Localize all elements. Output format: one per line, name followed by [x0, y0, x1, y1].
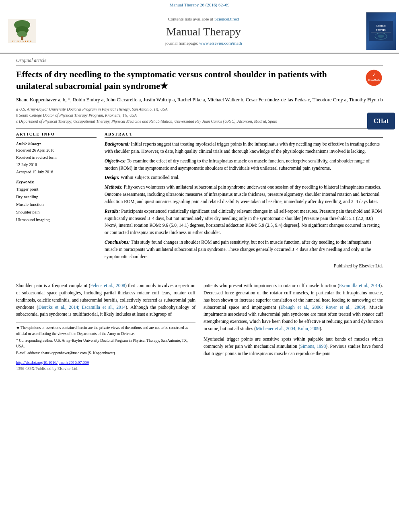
- journal-cover-image: Manual Therapy: [366, 12, 396, 50]
- results-text: Participants experienced statistically s…: [105, 209, 382, 235]
- article-title-main: Effects of dry needling to the symptomat…: [16, 69, 327, 91]
- background-label: Background:: [105, 142, 130, 146]
- revised-date: 12 July 2016: [16, 161, 97, 168]
- design-label: Design:: [105, 175, 119, 180]
- ref-michener[interactable]: Michener et al., 2004; Kuhn, 2009: [256, 326, 319, 331]
- abstract-header: ABSTRACT: [105, 132, 383, 138]
- abstract-col: ABSTRACT Background: Initial reports sug…: [105, 132, 383, 272]
- abstract-methods: Methods: Fifty-seven volunteers with uni…: [105, 184, 383, 205]
- ref-ebaugh[interactable]: Ebaugh et al., 2006; Royer et al., 2009: [280, 305, 364, 310]
- conclusions-label: Conclusions:: [105, 240, 130, 244]
- abstract-objectives: Objectives: To examine the effect of dry…: [105, 158, 383, 172]
- chat-button[interactable]: CHat: [367, 113, 395, 129]
- abstract-publisher: Published by Elsevier Ltd.: [105, 263, 383, 270]
- body-para-right-2: Myofascial trigger points are sensitive …: [204, 336, 383, 357]
- footnote-2-text: * Corresponding author. U.S. Army-Baylor…: [16, 339, 188, 348]
- doi-line: http://dx.doi.org/10.1016/j.math.2016.07…: [16, 359, 195, 366]
- sciencedirect-link[interactable]: ScienceDirect: [214, 16, 239, 21]
- cover-graphic: Manual Therapy: [369, 21, 393, 41]
- keyword-5: Ultrasound imaging: [16, 216, 97, 224]
- accepted-label: Accepted 15 July 2016: [16, 168, 97, 176]
- svg-text:Manual: Manual: [376, 24, 385, 27]
- background-text: Initial reports suggest that treating my…: [105, 142, 380, 154]
- journal-homepage: journal homepage: www.elsevier.com/math: [165, 41, 242, 45]
- methods-label: Methods:: [105, 185, 123, 189]
- doi-link[interactable]: http://dx.doi.org/10.1016/j.math.2016.07…: [16, 360, 89, 365]
- journal-title: Manual Therapy: [166, 25, 241, 38]
- elsevier-logo-area: ELSEVIER: [0, 9, 44, 53]
- elsevier-branding: ELSEVIER: [8, 19, 36, 43]
- body-col-right: patients who present with impairments in…: [204, 282, 383, 372]
- journal-title-area: Contents lists available at ScienceDirec…: [44, 9, 363, 53]
- ref-diercks[interactable]: Diercks et al., 2014; Escamilla et al., …: [38, 305, 125, 310]
- objectives-label: Objectives:: [105, 158, 125, 163]
- ref-feleus[interactable]: Feleus et al., 2008: [90, 283, 125, 288]
- history-label: Article history:: [16, 141, 97, 147]
- abstract-background: Background: Initial reports suggest that…: [105, 141, 383, 155]
- article-type: Original article: [16, 58, 383, 66]
- divider: [16, 128, 383, 129]
- keyword-3: Muscle function: [16, 201, 97, 209]
- svg-text:Therapy: Therapy: [376, 28, 386, 31]
- keyword-1: Trigger point: [16, 186, 97, 193]
- keyword-2: Dry needling: [16, 193, 97, 201]
- sciencedirect-notice: Contents lists available at ScienceDirec…: [168, 16, 239, 21]
- affiliation-c: c Department of Physical Therapy, Occupa…: [16, 118, 383, 124]
- svg-rect-4: [21, 36, 23, 40]
- homepage-link[interactable]: www.elsevier.com/math: [199, 41, 242, 45]
- revised-label: Received in revised form: [16, 154, 97, 161]
- received-initial: Received 26 April 2016: [16, 147, 97, 154]
- body-para-left-1: Shoulder pain is a frequent complaint (F…: [16, 282, 195, 318]
- keywords-list: Trigger point Dry needling Muscle functi…: [16, 186, 97, 224]
- ref-simons[interactable]: Simons, 1998: [300, 344, 326, 349]
- objectives-text: To examine the effect of dry needling to…: [105, 158, 370, 170]
- methods-text: Fifty-seven volunteers with unilateral s…: [105, 185, 381, 204]
- info-abstract-section: ARTICLE INFO Article history: Received 2…: [16, 132, 383, 272]
- body-columns: Shoulder pain is a frequent complaint (F…: [16, 282, 383, 372]
- journal-header-top: Manual Therapy 26 (2016) 62–69: [0, 0, 399, 9]
- received-date: Received 26 April 2016 Received in revis…: [16, 147, 97, 176]
- conclusions-text: This study found changes in shoulder ROM…: [105, 240, 371, 259]
- footnote-1-text: ★ The opinions or assertions contained h…: [16, 326, 188, 335]
- article-history: Article history: Received 26 April 2016 …: [16, 141, 97, 176]
- main-content: Original article Effects of dry needling…: [0, 53, 399, 380]
- svg-text:CrossMark: CrossMark: [368, 79, 380, 81]
- abstract-content: Background: Initial reports suggest that…: [105, 141, 383, 270]
- article-info-col: ARTICLE INFO Article history: Received 2…: [16, 132, 97, 272]
- results-label: Results:: [105, 209, 120, 214]
- affiliations: a U.S. Army-Baylor University Doctoral P…: [16, 106, 383, 124]
- article-title-star: ★: [160, 81, 168, 91]
- affiliation-b: b South College Doctor of Physical Thera…: [16, 112, 383, 118]
- volume-issue: Manual Therapy 26 (2016) 62–69: [170, 2, 230, 7]
- authors-line: Shane Koppenhaver a, b, *, Robin Embry a…: [16, 96, 383, 104]
- crossmark-badge: ✓ CrossMark: [365, 69, 383, 87]
- body-section: Shoulder pain is a frequent complaint (F…: [16, 278, 383, 372]
- issn-line: 1356-689X/Published by Elsevier Ltd.: [16, 366, 195, 372]
- abstract-results: Results: Participants experienced statis…: [105, 208, 383, 236]
- publisher-text: Published by Elsevier Ltd.: [334, 263, 383, 268]
- body-col-left: Shoulder pain is a frequent complaint (F…: [16, 282, 195, 372]
- footnote-2: * Corresponding author. U.S. Army-Baylor…: [16, 338, 195, 349]
- abstract-design: Design: Within-subjects controlled trial…: [105, 174, 383, 181]
- article-title-text: Effects of dry needling to the symptomat…: [16, 69, 365, 92]
- elsevier-tree-icon: ELSEVIER: [8, 19, 36, 43]
- article-title-section: Effects of dry needling to the symptomat…: [16, 69, 383, 92]
- article-info-header: ARTICLE INFO: [16, 132, 97, 138]
- footnote-1: ★ The opinions or assertions contained h…: [16, 325, 195, 337]
- footnotes-section: ★ The opinions or assertions contained h…: [16, 322, 195, 356]
- abstract-conclusions: Conclusions: This study found changes in…: [105, 239, 383, 260]
- keywords-label: Keywords:: [16, 180, 97, 184]
- ref-escamilla-2014[interactable]: Escamilla et al., 2014: [339, 283, 380, 288]
- svg-point-11: [378, 35, 384, 38]
- keywords-section: Keywords: Trigger point Dry needling Mus…: [16, 180, 97, 224]
- footnote-3-text: E-mail address: shanekoppenhaver@mac.com…: [16, 351, 116, 355]
- svg-text:ELSEVIER: ELSEVIER: [12, 40, 32, 43]
- design-text: Within-subjects controlled trial.: [119, 175, 179, 180]
- journal-banner: ELSEVIER Contents lists available at Sci…: [0, 9, 399, 53]
- body-para-right-1: patients who present with impairments in…: [204, 282, 383, 333]
- affiliation-a: a U.S. Army-Baylor University Doctoral P…: [16, 106, 383, 112]
- svg-text:✓: ✓: [372, 72, 376, 77]
- journal-cover-area: Manual Therapy: [363, 9, 399, 53]
- keyword-4: Shoulder pain: [16, 209, 97, 216]
- footnote-3: E-mail address: shanekoppenhaver@mac.com…: [16, 350, 195, 356]
